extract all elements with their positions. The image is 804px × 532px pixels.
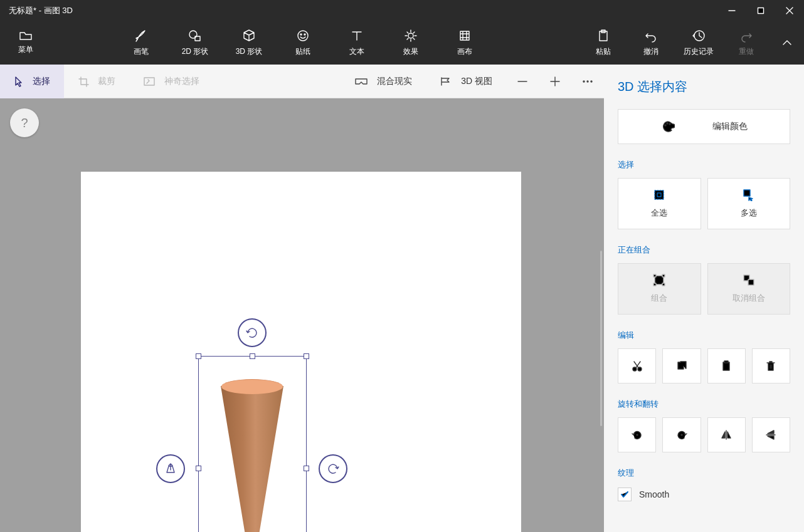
crop-button: 裁剪 (64, 65, 129, 98)
svg-point-3 (300, 34, 302, 35)
collapse-ribbon-button[interactable] (770, 21, 804, 65)
select-all-label: 全选 (651, 207, 667, 219)
copy-button[interactable] (662, 348, 701, 383)
tool-2d-label: 2D 形状 (182, 46, 209, 57)
svg-rect-9 (144, 78, 154, 85)
svg-point-2 (298, 31, 308, 41)
minimize-button[interactable] (717, 0, 746, 21)
svg-point-5 (408, 33, 413, 38)
tool-stickers[interactable]: 贴纸 (276, 21, 330, 65)
rotate-cw-button[interactable] (662, 417, 701, 452)
zoom-in-button[interactable] (539, 65, 571, 98)
history-label: 历史记录 (684, 46, 714, 57)
depth-handle[interactable] (156, 454, 185, 483)
svg-point-1 (189, 31, 197, 38)
panel-scrollbar[interactable] (600, 251, 602, 426)
tool-3d-label: 3D 形状 (236, 46, 263, 57)
undo-label: 撤消 (643, 46, 659, 57)
rotate-z-handle[interactable] (238, 318, 267, 347)
multi-select-button[interactable]: 多选 (707, 178, 791, 229)
undo-icon (644, 29, 658, 43)
paste-panel-button[interactable] (707, 348, 746, 383)
magic-label: 神奇选择 (164, 76, 199, 87)
flip-v-icon (764, 429, 777, 441)
history-button[interactable]: 历史记录 (675, 21, 722, 65)
brush-icon (134, 29, 148, 43)
magic-select-button: 神奇选择 (129, 65, 213, 98)
select-mode-button[interactable]: 选择 (0, 65, 64, 98)
svg-rect-21 (653, 274, 656, 277)
selection-box[interactable] (198, 356, 307, 532)
tool-brush[interactable]: 画笔 (114, 21, 168, 65)
edit-color-label: 编辑颜色 (712, 121, 748, 132)
workspace[interactable]: ? (0, 98, 604, 532)
svg-rect-23 (653, 283, 656, 286)
redo-button: 重做 (722, 21, 770, 65)
paste-button[interactable]: 粘贴 (579, 21, 627, 65)
check-icon (620, 491, 629, 498)
tool-3d-shapes[interactable]: 3D 形状 (222, 21, 276, 65)
svg-point-4 (304, 34, 305, 35)
resize-handle-ne[interactable] (304, 353, 309, 359)
text-icon (350, 29, 364, 43)
delete-button[interactable] (752, 348, 790, 383)
cut-button[interactable] (618, 348, 656, 383)
history-icon (692, 29, 706, 43)
more-button[interactable] (571, 65, 604, 98)
tool-effects[interactable]: 效果 (384, 21, 438, 65)
flip-vertical-button[interactable] (752, 417, 790, 452)
tool-2d-shapes[interactable]: 2D 形状 (168, 21, 222, 65)
select-all-button[interactable]: 全选 (618, 178, 701, 229)
svg-point-12 (591, 81, 592, 82)
3d-view-button[interactable]: 3D 视图 (426, 65, 506, 98)
smooth-checkbox[interactable] (618, 488, 632, 501)
svg-rect-0 (758, 8, 764, 13)
edit-color-button[interactable]: 编辑颜色 (618, 109, 790, 144)
mr-icon (354, 77, 368, 86)
tool-stickers-label: 贴纸 (295, 46, 310, 57)
maximize-button[interactable] (746, 0, 775, 21)
magic-icon (143, 76, 156, 86)
tool-canvas-label: 画布 (457, 46, 472, 57)
svg-rect-24 (662, 283, 665, 286)
ungroup-button: 取消组合 (707, 263, 791, 315)
mixed-reality-button[interactable]: 混合现实 (341, 65, 426, 98)
copy-icon (676, 360, 687, 372)
resize-handle-n[interactable] (250, 353, 255, 359)
svg-point-32 (637, 434, 638, 436)
svg-point-10 (583, 81, 584, 82)
group-icon (653, 274, 665, 286)
rotate-ccw-icon (631, 429, 643, 441)
zoom-out-button[interactable] (506, 65, 539, 98)
section-group-label: 正在组合 (618, 244, 790, 256)
stickers-icon (296, 29, 310, 43)
redo-icon (739, 29, 753, 43)
redo-label: 重做 (739, 46, 754, 57)
close-button[interactable] (775, 0, 804, 21)
tool-effects-label: 效果 (403, 46, 418, 57)
menu-button[interactable]: 菜单 (0, 21, 51, 65)
resize-handle-w[interactable] (196, 466, 201, 471)
resize-handle-nw[interactable] (196, 353, 201, 359)
flip-horizontal-button[interactable] (707, 417, 746, 452)
resize-handle-e[interactable] (304, 466, 309, 471)
undo-button[interactable]: 撤消 (627, 21, 675, 65)
tool-canvas[interactable]: 画布 (438, 21, 492, 65)
svg-rect-18 (657, 193, 661, 197)
svg-point-14 (665, 125, 666, 126)
select-all-icon (653, 189, 665, 201)
window-title: 无标题* - 画图 3D (9, 5, 717, 16)
shapes-3d-icon (242, 29, 256, 43)
rotate-y-handle[interactable] (319, 454, 347, 483)
crop-icon (78, 76, 89, 87)
select-label: 选择 (33, 76, 50, 87)
menu-label: 菜单 (18, 44, 33, 55)
3dview-label: 3D 视图 (461, 76, 492, 87)
section-select-label: 选择 (618, 159, 790, 170)
rotate-ccw-button[interactable] (618, 417, 656, 452)
svg-point-16 (669, 123, 670, 125)
tool-text-label: 文本 (349, 46, 364, 57)
more-icon (582, 80, 593, 83)
tool-text[interactable]: 文本 (330, 21, 384, 65)
chevron-up-icon (782, 39, 792, 46)
